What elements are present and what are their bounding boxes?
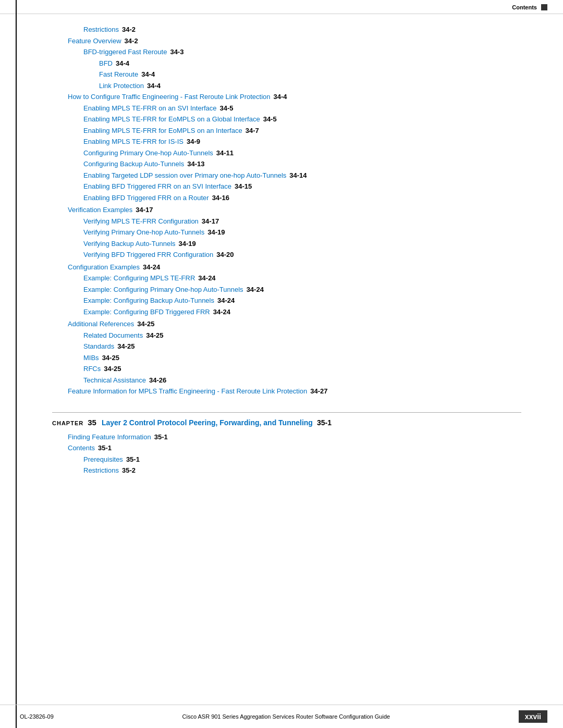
toc-link[interactable]: Additional References	[68, 319, 134, 329]
toc-row: How to Configure Traffic Engineering - F…	[52, 92, 521, 102]
toc-page: 34-25	[146, 330, 163, 341]
chapter-title-link[interactable]: Layer 2 Control Protocol Peering, Forwar…	[102, 418, 313, 427]
toc-row: Configuration Examples 34-24	[52, 262, 521, 273]
toc-link[interactable]: Verifying MPLS TE-FRR Configuration	[83, 216, 199, 227]
toc-row: Verifying MPLS TE-FRR Configuration 34-1…	[52, 216, 521, 227]
header-square-icon	[541, 4, 547, 10]
toc-link[interactable]: Verification Examples	[68, 205, 132, 215]
toc-link[interactable]: RFCs	[83, 364, 101, 374]
toc-link[interactable]: Example: Configuring BFD Triggered FRR	[83, 307, 210, 317]
toc-link[interactable]: Enabling BFD Triggered FRR on a Router	[83, 193, 209, 203]
toc-link[interactable]: Enabling Targeted LDP session over Prima…	[83, 170, 286, 181]
toc-row: Example: Configuring Backup Auto-Tunnels…	[52, 295, 521, 306]
toc-link[interactable]: Link Protection	[99, 81, 144, 91]
toc-link[interactable]: Verifying Backup Auto-Tunnels	[83, 239, 176, 249]
page-footer: OL-23826-09 Cisco ASR 901 Series Aggrega…	[0, 705, 563, 728]
toc-row: Configuring Backup Auto-Tunnels 34-13	[52, 159, 521, 169]
toc-row: Enabling BFD Triggered FRR on a Router 3…	[52, 193, 521, 203]
toc-link[interactable]: Example: Configuring Primary One-hop Aut…	[83, 285, 243, 295]
toc-page: 34-14	[289, 170, 307, 181]
toc-link[interactable]: Technical Assistance	[83, 375, 146, 386]
toc-page: 34-24	[198, 273, 215, 283]
toc-link[interactable]: Enabling MPLS TE-FRR for IS-IS	[83, 137, 183, 147]
toc-page: 34-7	[246, 126, 259, 136]
toc-page: 34-4	[274, 92, 287, 102]
top-header: Contents	[0, 0, 563, 14]
toc-link[interactable]: Verifying Primary One-hop Auto-Tunnels	[83, 227, 204, 238]
toc-link[interactable]: Restrictions	[83, 465, 119, 476]
toc-link[interactable]: Feature Information for MPLS Traffic Eng…	[68, 386, 307, 397]
toc-row: Verifying BFD Triggered FRR Configuratio…	[52, 250, 521, 260]
toc-page: 34-5	[220, 103, 234, 114]
toc-row: Example: Configuring MPLS TE-FRR 34-24	[52, 273, 521, 283]
toc-page: 34-24	[217, 295, 235, 306]
toc-page: 34-4	[116, 58, 129, 69]
footer-doc-id: OL-23826-09	[20, 713, 54, 720]
header-label: Contents	[512, 4, 537, 10]
toc-row: Restrictions 35-2	[52, 465, 521, 476]
toc-row: Enabling Targeted LDP session over Prima…	[52, 170, 521, 181]
toc-page: 34-25	[102, 353, 119, 363]
toc-page: 34-4	[141, 69, 155, 80]
toc-row: Technical Assistance 34-26	[52, 375, 521, 386]
toc-link[interactable]: Configuration Examples	[68, 262, 140, 273]
toc-link[interactable]: Example: Configuring Backup Auto-Tunnels	[83, 295, 214, 306]
toc-link[interactable]: Feature Overview	[68, 36, 121, 46]
toc-link[interactable]: MIBs	[83, 353, 99, 363]
toc-page: 35-1	[98, 443, 112, 453]
toc-row: Enabling MPLS TE-FRR for IS-IS 34-9	[52, 137, 521, 147]
toc-page: 34-16	[212, 193, 229, 203]
toc-page: 34-25	[117, 341, 134, 352]
toc-link[interactable]: Restrictions	[83, 24, 119, 35]
toc-row: Contents 35-1	[52, 443, 521, 453]
toc-page: 34-3	[170, 47, 183, 57]
toc-page: 34-11	[216, 148, 234, 158]
toc-row: Example: Configuring BFD Triggered FRR 3…	[52, 307, 521, 317]
toc-row: Verifying Primary One-hop Auto-Tunnels 3…	[52, 227, 521, 238]
toc-page: 34-13	[187, 159, 204, 169]
toc-page: 35-2	[122, 465, 136, 476]
chapter-number: 35	[88, 418, 96, 427]
footer-center-text: Cisco ASR 901 Series Aggregation Service…	[182, 713, 390, 720]
toc-link[interactable]: Fast Reroute	[99, 69, 138, 80]
toc-link[interactable]: Finding Feature Information	[68, 432, 151, 442]
toc-link[interactable]: BFD	[99, 58, 113, 69]
chapter-heading-row: CHAPTER 35 Layer 2 Control Protocol Peer…	[52, 412, 521, 427]
toc-link[interactable]: BFD-triggered Fast Reroute	[83, 47, 167, 57]
toc-page: 35-1	[154, 432, 168, 442]
toc-link[interactable]: How to Configure Traffic Engineering - F…	[68, 92, 271, 102]
toc-page: 34-19	[207, 227, 225, 238]
toc-link[interactable]: Configuring Backup Auto-Tunnels	[83, 159, 184, 169]
toc-page: 34-27	[310, 386, 327, 397]
toc-link[interactable]: Prerequisites	[83, 454, 123, 465]
toc-link[interactable]: Verifying BFD Triggered FRR Configuratio…	[83, 250, 213, 260]
toc-link[interactable]: Enabling MPLS TE-FRR on an SVI Interface	[83, 103, 217, 114]
toc-row: Verification Examples 34-17	[52, 205, 521, 215]
toc-link[interactable]: Example: Configuring MPLS TE-FRR	[83, 273, 195, 283]
chapter-title-page: 35-1	[317, 418, 332, 427]
toc-row: Verifying Backup Auto-Tunnels 34-19	[52, 239, 521, 249]
toc-link[interactable]: Enabling BFD Triggered FRR on an SVI Int…	[83, 181, 231, 192]
toc-link[interactable]: Enabling MPLS TE-FRR for EoMPLS on a Glo…	[83, 114, 260, 125]
footer-left: OL-23826-09	[16, 713, 54, 720]
toc-link[interactable]: Standards	[83, 341, 114, 352]
toc-link[interactable]: Related Documents	[83, 330, 143, 341]
toc-page: 34-20	[216, 250, 234, 260]
toc-row: BFD 34-4	[52, 58, 521, 69]
toc-row: Additional References 34-25	[52, 319, 521, 329]
toc-row: Configuring Primary One-hop Auto-Tunnels…	[52, 148, 521, 158]
toc-row: Example: Configuring Primary One-hop Aut…	[52, 285, 521, 295]
toc-link[interactable]: Enabling MPLS TE-FRR for EoMPLS on an In…	[83, 126, 242, 136]
toc-row: MIBs 34-25	[52, 353, 521, 363]
toc-page: 34-24	[247, 285, 264, 295]
toc-link[interactable]: Configuring Primary One-hop Auto-Tunnels	[83, 148, 213, 158]
toc-row: Enabling MPLS TE-FRR for EoMPLS on a Glo…	[52, 114, 521, 125]
footer-page-number: xxvii	[519, 710, 547, 723]
toc-content: Restrictions 34-2 Feature Overview 34-2 …	[0, 14, 563, 487]
toc-row: RFCs 34-25	[52, 364, 521, 374]
toc-page: 34-24	[143, 262, 160, 273]
toc-link[interactable]: Contents	[68, 443, 95, 453]
toc-row: Finding Feature Information 35-1	[52, 432, 521, 442]
toc-page: 34-2	[125, 36, 138, 46]
toc-page: 34-26	[149, 375, 166, 386]
